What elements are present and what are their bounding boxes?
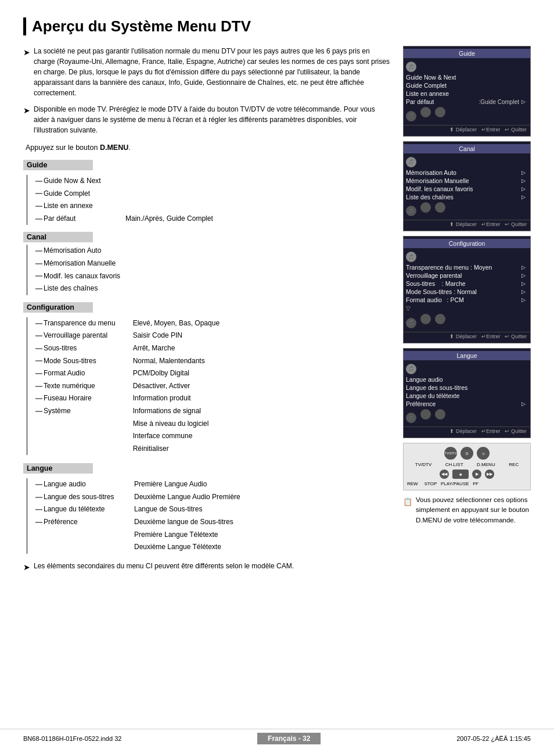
canal-section: Canal Mémorisation Auto Mémorisation Man… [23,232,391,295]
tv-icon-4 [435,107,445,117]
footer-center: Français - 32 [257,733,321,744]
langue-desc-2: Deuxième Langue Audio PremièreLangue de … [134,491,240,516]
footer-enter-4: ↵Entrer [481,428,501,434]
langue-list: Langue audio Langue des sous-titres Lang… [27,478,117,554]
langue-desc-4: Deuxième Langue Télétexte [134,541,240,554]
tv-arrow: ▷ [521,178,526,184]
config-desc-6: Désactiver, Activer [133,380,220,393]
tv-menu-guide-row-3: Liste en annexe [404,89,530,98]
guide-desc: Main./Après, Guide Complet [114,175,213,225]
tv-icon-5: 🎵 [406,157,416,167]
config-desc-4: Normal, Malentendants [133,355,220,368]
canal-item-1: Mémorisation Auto [35,245,391,257]
note-icon: 📋 [403,496,412,508]
config-desc-5: PCM/Dolby Digital [133,367,220,380]
footer-left: BN68-01186H-01Fre-0522.indd 32 [23,735,121,742]
tv-icon-7 [420,202,431,213]
tv-icon-2: 🎵 [406,111,416,121]
tv-menu-langue-row-2: Langue des sous-titres [404,384,530,392]
tv-label: Préférence [406,400,519,407]
tv-arrow: ▷ [521,99,526,105]
tv-menu-langue-footer: ⬆ Déplacer ↵Entrer ↩ Quitter [404,427,530,435]
bullet-item-2: ➤ Disponible en mode TV. Préréglez le mo… [23,104,391,135]
remote-labels-row: TV/DTV CH.LIST D.MENU REC [407,462,527,467]
note-text: Vous pouvez sélectionner ces options sim… [416,495,531,525]
tv-menu-canal-row-4: Liste des chaînes ▷ [404,193,530,201]
guide-item-4: Par défaut [35,213,114,225]
tv-arrow: ▷ [521,273,526,278]
langue-desc-list: Première Langue Audio Deuxième Langue Au… [117,478,240,554]
tv-icon-9: 🎵 [406,252,416,262]
tv-label: Guide Complet [406,82,526,89]
remote-label-dmenu: D.MENU [477,462,495,467]
bullet-text-2: Disponible en mode TV. Préréglez le mode… [34,104,391,135]
tv-menu-langue-row-1: Langue audio [404,375,530,384]
bullet-arrow-2: ➤ [23,105,30,117]
tv-menu-canal-title: Canal [404,144,530,153]
tv-menu-config: Configuration 🎵 Transparence du menu : M… [403,236,531,343]
tv-icon-3 [420,107,431,117]
tv-menu-canal-rows: 🎵 Mémorisation Auto ▷ Mémorisation Manue… [404,155,530,219]
tv-icon-11 [420,314,431,324]
remote-btn-cc: ⊙ [477,447,490,460]
tv-label: Format audio : PCM [406,296,519,303]
tv-menu-config-icons: 🎵 [404,250,530,263]
remote-btn-rew: ◀◀ [440,470,449,479]
config-item-5: Format Audio [35,367,116,380]
remote-btn-stop: ■ [452,470,469,479]
tv-label: Guide Now & Next [406,74,526,81]
tv-menu-canal-row-1: Mémorisation Auto ▷ [404,169,530,177]
langue-desc-3: Deuxième langue de Sous-titresPremière L… [134,516,240,541]
tv-label: Transparence du menu : Moyen [406,264,519,271]
tv-menu-config-row-4: Mode Sous-titres : Normal ▷ [404,288,530,296]
langue-item-3: Langue du télétexte [35,503,117,516]
remote-btn-tvdtv: TV/DTV [444,447,457,460]
tv-arrow: ▷ [521,297,526,303]
tv-menu-config-rows: 🎵 Transparence du menu : Moyen ▷ Verroui… [404,249,530,331]
guide-item-3: Liste en annexe [35,200,114,213]
langue-item-2: Langue des sous-titres [35,491,117,504]
config-item-6: Texte numérique [35,380,116,393]
langue-title: Langue [23,463,93,474]
tv-label: Par défaut [406,98,477,105]
page-title: Aperçu du Système Menu DTV [23,17,531,35]
config-item-4: Mode Sous-titres [35,355,116,368]
bullet-arrow-1: ➤ [23,46,30,59]
tv-menu-guide: Guide 🎵 Guide Now & Next Guide Complet L… [403,46,531,137]
langue-section: Langue Langue audio Langue des sous-titr… [23,463,391,554]
canal-item-3: Modif. les canaux favoris [35,270,391,283]
canal-title: Canal [23,232,93,242]
tv-menu-canal-icons: 🎵 [404,156,530,169]
tv-label: Modif. les canaux favoris [406,185,519,192]
footer-enter-3: ↵Entrer [481,334,501,339]
tv-icon-8 [435,202,445,213]
tv-menu-config-title: Configuration [404,239,530,248]
footer-quit-4: ↩ Quitter [505,428,527,434]
tv-icon-12 [435,314,445,324]
remote-area: TV/DTV 0 ⊙ TV/DTV CH.LIST D.MENU REC ◀◀ … [403,443,531,490]
d-menu-note: Appuyez sur le bouton D.MENU. [23,144,391,152]
footer-move-4: ⬆ Déplacer [449,428,477,434]
canal-item-4: Liste des chaînes [35,282,391,295]
tv-menu-langue-title: Langue [404,351,530,360]
bullet-text-1: La société ne peut pas garantir l'utilis… [34,46,391,98]
footer-enter-2: ↵Entrer [481,221,501,227]
note-box: 📋 Vous pouvez sélectionner ces options s… [403,495,531,525]
tv-menu-config-footer: ⬆ Déplacer ↵Entrer ↩ Quitter [404,332,530,341]
guide-items: Guide Now & Next Guide Complet Liste en … [23,175,391,225]
tv-menu-guide-rows: 🎵 Guide Now & Next Guide Complet Liste e… [404,59,530,124]
footer-move: ⬆ Déplacer [449,127,477,132]
tv-icon-16 [435,409,445,420]
tv-canal-icons: 🎵 [404,201,530,218]
langue-desc-1: Première Langue Audio [134,478,240,491]
tv-arrow: ▷ [521,194,526,200]
tv-label: Sous-titres : Marche [406,280,519,287]
config-desc-3: Arrêt, Marche [133,342,220,355]
tv-menu-canal: Canal 🎵 Mémorisation Auto ▷ Mémorisation… [403,141,531,232]
tv-menu-canal-row-3: Modif. les canaux favoris ▷ [404,185,530,193]
tv-icon-10: 🎵 [406,318,416,328]
remote-btn-play: ▶ [472,470,481,479]
tv-menu-config-row-5: Format audio : PCM ▷ [404,296,530,304]
tv-icon-1: 🎵 [406,62,416,72]
config-desc-8: Information produit Informations de sign… [133,392,220,455]
